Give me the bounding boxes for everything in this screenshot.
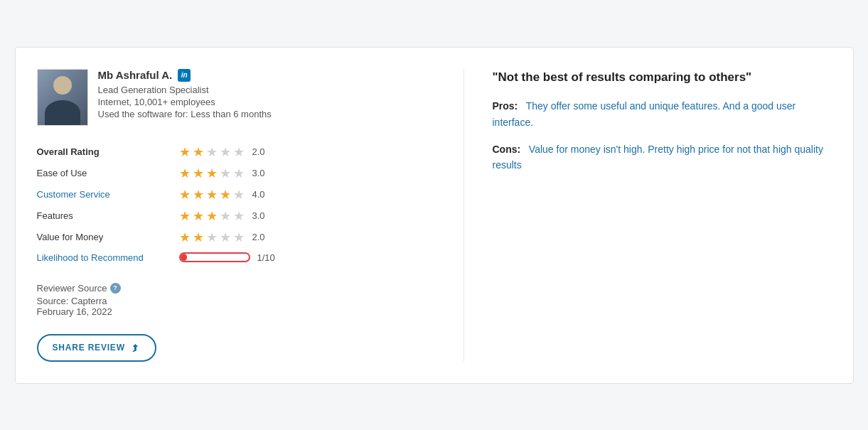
right-panel: "Not the best of results comparing to ot… bbox=[464, 69, 832, 362]
features-stars: ★ ★ ★ ★ ★ 3.0 bbox=[179, 210, 265, 222]
star-4: ★ bbox=[220, 146, 231, 158]
value-rating-row: Value for Money ★ ★ ★ ★ ★ 2.0 bbox=[37, 231, 435, 244]
share-review-label: SHARE REVIEW bbox=[53, 343, 125, 353]
reviewer-name-row: Mb Ashraful A. in bbox=[98, 69, 272, 82]
source-value: Source: Capterra bbox=[37, 296, 435, 306]
overall-rating-label: Overall Rating bbox=[37, 146, 179, 157]
star-4: ★ bbox=[220, 188, 231, 201]
cons-text: Value for money isn't high. Pretty high … bbox=[493, 144, 823, 171]
customer-stars: ★ ★ ★ ★ ★ 4.0 bbox=[179, 188, 265, 201]
star-4: ★ bbox=[220, 210, 231, 222]
reviewer-title: Lead Generation Specialist bbox=[98, 85, 272, 95]
value-rating-value: 2.0 bbox=[252, 232, 265, 242]
cons-section: Cons: Value for money isn't high. Pretty… bbox=[493, 141, 832, 173]
overall-stars: ★ ★ ★ ★ ★ 2.0 bbox=[179, 146, 265, 158]
ease-stars: ★ ★ ★ ★ ★ 3.0 bbox=[179, 167, 265, 180]
customer-rating-value: 4.0 bbox=[252, 189, 265, 200]
avatar bbox=[37, 69, 88, 126]
star-2: ★ bbox=[193, 231, 204, 244]
features-rating-label: Features bbox=[37, 210, 179, 221]
star-3: ★ bbox=[206, 146, 218, 158]
reviewer-source-row: Reviewer Source ? bbox=[37, 283, 435, 294]
star-5: ★ bbox=[233, 146, 245, 158]
likelihood-row: Likelihood to Recommend 1/10 bbox=[37, 252, 435, 263]
likelihood-bar-container: 1/10 bbox=[179, 252, 275, 263]
overall-rating-row: Overall Rating ★ ★ ★ ★ ★ 2.0 bbox=[37, 146, 435, 158]
ratings-section: Overall Rating ★ ★ ★ ★ ★ 2.0 Ease of Use… bbox=[37, 146, 435, 263]
customer-rating-label: Customer Service bbox=[37, 189, 179, 200]
star-2: ★ bbox=[193, 167, 204, 180]
star-3: ★ bbox=[206, 188, 218, 201]
star-1: ★ bbox=[179, 188, 191, 201]
star-1: ★ bbox=[179, 167, 191, 180]
likelihood-label: Likelihood to Recommend bbox=[37, 252, 179, 263]
help-icon[interactable]: ? bbox=[110, 283, 121, 294]
star-1: ★ bbox=[179, 231, 191, 244]
customer-rating-row: Customer Service ★ ★ ★ ★ ★ 4.0 bbox=[37, 188, 435, 201]
overall-rating-value: 2.0 bbox=[252, 146, 265, 157]
reviewer-header: Mb Ashraful A. in Lead Generation Specia… bbox=[37, 69, 435, 126]
source-date: February 16, 2022 bbox=[37, 306, 435, 317]
features-rating-value: 3.0 bbox=[252, 210, 265, 221]
linkedin-icon[interactable]: in bbox=[178, 69, 191, 82]
value-stars: ★ ★ ★ ★ ★ 2.0 bbox=[179, 231, 265, 244]
reviewer-name: Mb Ashraful A. bbox=[98, 69, 173, 81]
star-3: ★ bbox=[206, 231, 218, 244]
star-2: ★ bbox=[193, 188, 204, 201]
pros-text: They offer some useful and unique featur… bbox=[493, 100, 796, 127]
likelihood-score: 1/10 bbox=[257, 252, 275, 263]
share-review-button[interactable]: SHARE REVIEW ⮭ bbox=[37, 334, 156, 362]
cons-label: Cons: bbox=[493, 144, 521, 155]
pros-section: Pros: They offer some useful and unique … bbox=[493, 98, 832, 130]
features-rating-row: Features ★ ★ ★ ★ ★ 3.0 bbox=[37, 210, 435, 222]
reviewer-source-label: Reviewer Source bbox=[37, 283, 107, 294]
star-3: ★ bbox=[206, 167, 218, 180]
left-panel: Mb Ashraful A. in Lead Generation Specia… bbox=[37, 69, 435, 362]
star-5: ★ bbox=[233, 188, 245, 201]
star-2: ★ bbox=[193, 210, 204, 222]
star-4: ★ bbox=[220, 231, 231, 244]
star-1: ★ bbox=[179, 146, 191, 158]
source-section: Reviewer Source ? Source: Capterra Febru… bbox=[37, 283, 435, 317]
value-rating-label: Value for Money bbox=[37, 232, 179, 242]
share-icon: ⮭ bbox=[131, 343, 141, 353]
star-1: ★ bbox=[179, 210, 191, 222]
ease-rating-row: Ease of Use ★ ★ ★ ★ ★ 3.0 bbox=[37, 167, 435, 180]
review-title: "Not the best of results comparing to ot… bbox=[493, 69, 832, 86]
likelihood-bar-track bbox=[179, 252, 250, 262]
pros-label: Pros: bbox=[493, 100, 518, 112]
star-5: ★ bbox=[233, 231, 245, 244]
star-5: ★ bbox=[233, 210, 245, 222]
ease-rating-value: 3.0 bbox=[252, 168, 265, 178]
star-5: ★ bbox=[233, 167, 245, 180]
star-4: ★ bbox=[220, 167, 231, 180]
reviewer-info: Mb Ashraful A. in Lead Generation Specia… bbox=[98, 69, 272, 119]
star-3: ★ bbox=[206, 210, 218, 222]
reviewer-company: Internet, 10,001+ employees bbox=[98, 97, 272, 107]
reviewer-usage: Used the software for: Less than 6 month… bbox=[98, 109, 272, 119]
review-card: Mb Ashraful A. in Lead Generation Specia… bbox=[15, 47, 854, 384]
star-2: ★ bbox=[193, 146, 204, 158]
likelihood-bar-fill bbox=[181, 254, 188, 261]
ease-rating-label: Ease of Use bbox=[37, 168, 179, 178]
